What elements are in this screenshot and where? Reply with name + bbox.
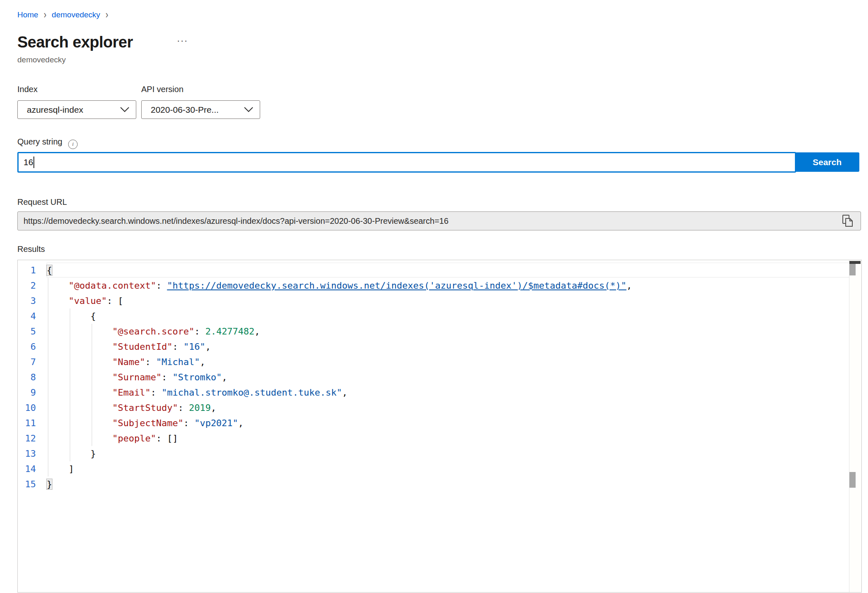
query-input-value: 16 — [24, 157, 33, 167]
request-url-field[interactable]: https://demovedecky.search.windows.net/i… — [17, 211, 861, 230]
line-number: 15 — [18, 477, 47, 492]
editor-scrollbar[interactable] — [849, 260, 861, 592]
line-number: 10 — [18, 400, 47, 415]
breadcrumb: Home › demovedecky › — [17, 10, 108, 19]
results-label: Results — [17, 244, 45, 254]
more-menu-icon[interactable]: ··· — [177, 36, 188, 45]
chevron-down-icon — [120, 107, 129, 112]
line-number: 7 — [18, 354, 47, 370]
code-line: 4 { — [18, 308, 849, 324]
code-line: 8 "Surname": "Stromko", — [18, 370, 849, 385]
code-line: 5 "@search.score": 2.4277482, — [18, 324, 849, 339]
overview-ruler-mark — [849, 264, 856, 275]
overview-ruler-cursor-mark — [849, 261, 861, 264]
request-url-value: https://demovedecky.search.windows.net/i… — [24, 216, 841, 226]
line-number: 12 — [18, 431, 47, 446]
code-line: 2 "@odata.context": "https://demovedecky… — [18, 278, 849, 293]
query-input[interactable]: 16 — [17, 152, 796, 173]
code-line: 14 ] — [18, 461, 849, 477]
index-label: Index — [17, 85, 38, 94]
api-version-dropdown-value: 2020-06-30-Pre... — [151, 105, 219, 115]
code-line: 6 "StudentId": "16", — [18, 339, 849, 354]
line-number: 13 — [18, 446, 47, 461]
copy-icon[interactable] — [841, 214, 855, 228]
breadcrumb-separator-icon: › — [106, 9, 109, 21]
line-number: 5 — [18, 324, 47, 339]
code-line: 10 "StartStudy": 2019, — [18, 400, 849, 415]
index-dropdown-value: azuresql-index — [27, 105, 83, 115]
line-number: 2 — [18, 278, 47, 293]
index-dropdown[interactable]: azuresql-index — [17, 100, 136, 119]
line-number: 6 — [18, 339, 47, 354]
line-number: 8 — [18, 370, 47, 385]
page-title: Search explorer — [17, 33, 133, 51]
code-line: 7 "Name": "Michal", — [18, 354, 849, 370]
text-caret — [33, 157, 34, 168]
search-button[interactable]: Search — [795, 152, 859, 172]
line-number: 11 — [18, 415, 47, 431]
line-number: 14 — [18, 461, 47, 477]
code-line: 3 "value": [ — [18, 293, 849, 308]
line-number: 9 — [18, 385, 47, 400]
line-number: 3 — [18, 293, 47, 308]
code-line: 12 "people": [] — [18, 431, 849, 446]
query-string-label: Query stringi — [17, 137, 78, 149]
results-json-editor[interactable]: 1{2 "@odata.context": "https://demovedec… — [17, 260, 862, 593]
chevron-down-icon — [244, 107, 253, 112]
code-line: 9 "Email": "michal.stromko@.student.tuke… — [18, 385, 849, 400]
line-number: 4 — [18, 308, 47, 324]
breadcrumb-link-demovedecky[interactable]: demovedecky — [52, 10, 100, 19]
line-number: 1 — [18, 263, 47, 278]
info-icon[interactable]: i — [68, 140, 78, 149]
code-line: 15} — [18, 477, 849, 492]
code-line: 13 } — [18, 446, 849, 461]
breadcrumb-link-home[interactable]: Home — [17, 10, 38, 19]
code-line: 11 "SubjectName": "vp2021", — [18, 415, 849, 431]
api-version-label: API version — [141, 85, 183, 94]
api-version-dropdown[interactable]: 2020-06-30-Pre... — [141, 100, 260, 119]
page-subtitle: demovedecky — [17, 55, 66, 64]
code-line: 1{ — [18, 263, 849, 278]
indent-guide — [70, 308, 70, 461]
breadcrumb-separator-icon: › — [44, 9, 47, 21]
overview-ruler-mark — [849, 472, 856, 488]
code-area: 1{2 "@odata.context": "https://demovedec… — [18, 263, 849, 492]
indent-guide — [92, 324, 92, 446]
request-url-label: Request URL — [17, 197, 67, 207]
odata-context-link[interactable]: "https://demovedecky.search.windows.net/… — [167, 280, 626, 291]
indent-guide — [48, 278, 48, 477]
